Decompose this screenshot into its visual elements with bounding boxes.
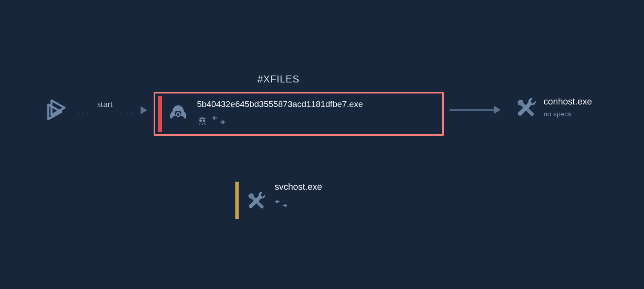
stealth-icon [197,115,208,125]
process-node-main[interactable]: 5b40432e645bd3555873acd1181dfbe7.exe [154,92,444,136]
process-graph-canvas[interactable]: start ··· ··· #XFILES 5b40432e645bd35558… [0,0,644,289]
biohazard-icon [162,93,195,134]
svg-point-2 [203,119,206,122]
process-name: 5b40432e645bd3555873acd1181dfbe7.exe [197,99,438,109]
tools-icon [244,182,269,219]
severity-stripe [158,96,162,132]
start-node-icon[interactable] [43,97,69,123]
svg-point-1 [199,119,202,122]
severity-stripe [235,182,239,219]
process-node-conhost[interactable]: conhost.exe no specs [515,96,592,119]
arrowhead-icon [141,106,147,114]
dotted-connector: ··· [121,109,137,117]
start-label: start [97,99,113,109]
dotted-connector: ··· [78,109,91,117]
edge-connector [449,109,494,111]
threat-tag[interactable]: #XFILES [257,73,300,85]
arrowhead-icon [494,106,501,114]
network-icon [275,200,322,208]
process-name: svchost.exe [275,182,322,192]
process-subtitle: no specs [543,110,592,118]
network-icon [212,116,226,124]
process-name: conhost.exe [543,96,592,107]
svg-point-0 [177,113,180,116]
tools-icon [515,96,538,119]
process-node-svchost[interactable]: svchost.exe [235,182,322,219]
